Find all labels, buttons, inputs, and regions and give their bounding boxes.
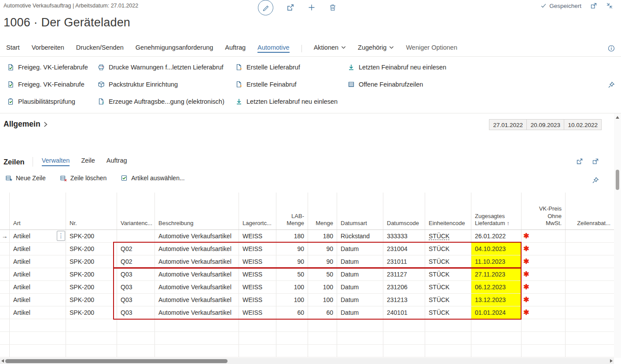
cell-vk_preis_ohne_mwst[interactable]: ✱ xyxy=(522,255,566,268)
cell-lagerortcode[interactable] xyxy=(239,345,276,357)
cell-datumscode[interactable]: 231127 xyxy=(383,268,425,280)
vertical-scrollbar-thumb[interactable] xyxy=(616,170,619,190)
cell-nr[interactable]: SPK-200 xyxy=(66,281,117,293)
cell-zeilenrabatt[interactable] xyxy=(566,306,614,319)
action-offene-feinabrufzeilen[interactable]: Offene Feinabrufzeilen xyxy=(348,81,595,88)
column-header-datumsart[interactable]: Datumsart xyxy=(337,193,383,229)
cell-lab_menge[interactable]: 50 xyxy=(276,268,308,280)
cell-einheitencode[interactable]: STÜCK xyxy=(425,243,471,255)
cell-beschreibung[interactable] xyxy=(155,332,239,344)
cell-nr[interactable]: SPK-200 xyxy=(66,268,117,280)
cell-zugesagtes_lieferdatum[interactable]: 04.10.2023 xyxy=(471,243,522,255)
cell-beschreibung[interactable]: Automotive Verkaufsartikel xyxy=(155,268,239,280)
cell-art[interactable] xyxy=(10,319,66,331)
cell-variantencode[interactable] xyxy=(117,345,155,357)
menu-aktionen[interactable]: Aktionen xyxy=(314,44,346,53)
action-freigeg-vk-feinabrufe[interactable]: Freigeg. VK-Feinabrufe xyxy=(7,81,98,88)
cell-lab_menge[interactable]: 90 xyxy=(276,255,308,268)
cell-einheitencode[interactable] xyxy=(425,319,471,331)
cell-zugesagtes_lieferdatum[interactable]: 01.01.2024 xyxy=(471,306,522,319)
cell-menge[interactable]: 50 xyxy=(308,268,337,280)
action-erstelle-lieferabruf[interactable]: Erstelle Lieferabruf xyxy=(235,64,348,71)
cell-menge[interactable] xyxy=(308,345,337,357)
table-row[interactable] xyxy=(0,332,614,345)
cell-datumscode[interactable] xyxy=(383,319,425,331)
cell-datumsart[interactable] xyxy=(337,319,383,331)
cell-variantencode[interactable]: Q03 xyxy=(117,281,155,293)
table-row[interactable]: ArtikelSPK-200Q03Automotive Verkaufsarti… xyxy=(0,306,614,319)
tab-drucken-senden[interactable]: Drucken/Senden xyxy=(76,44,124,53)
cell-beschreibung[interactable]: Automotive Verkaufsartikel xyxy=(155,255,239,268)
cell-datumsart[interactable]: Datum xyxy=(337,294,383,306)
cell-beschreibung[interactable]: Automotive Verkaufsartikel xyxy=(155,306,239,319)
cell-datumscode[interactable]: 231004 xyxy=(383,243,425,255)
cell-menge[interactable]: 60 xyxy=(308,306,337,319)
cell-lagerortcode[interactable]: WEISS xyxy=(239,268,276,280)
tab-auftrag-lines[interactable]: Auftrag xyxy=(107,157,127,165)
cell-zeilenrabatt[interactable] xyxy=(566,255,614,268)
cell-zugesagtes_lieferdatum[interactable]: 27.11.2023 xyxy=(471,268,522,280)
new-line-button[interactable]: Neue Zeile xyxy=(5,175,46,182)
row-actions-icon[interactable]: ⋮ xyxy=(57,231,65,241)
info-icon[interactable] xyxy=(608,45,615,52)
cell-einheitencode[interactable]: STÜCK xyxy=(425,255,471,268)
cell-datumsart[interactable]: Datum xyxy=(337,268,383,280)
column-header-menge[interactable]: Menge xyxy=(308,193,337,229)
cell-vk_preis_ohne_mwst[interactable]: ✱ xyxy=(522,306,566,319)
cell-einheitencode[interactable]: STÜCK xyxy=(425,294,471,306)
cell-zugesagtes_lieferdatum[interactable]: 11.10.2023 xyxy=(471,255,522,268)
action-drucke-warnungen[interactable]: Drucke Warnungen f...letzten Lieferabruf xyxy=(98,64,235,71)
menu-weniger-optionen[interactable]: Weniger Optionen xyxy=(406,44,457,53)
cell-menge[interactable]: 100 xyxy=(308,294,337,306)
cell-art[interactable] xyxy=(10,345,66,357)
column-header-nr[interactable]: Nr. xyxy=(66,193,117,229)
cell-nr[interactable]: SPK-200 xyxy=(66,255,117,268)
cell-art[interactable]: Artikel xyxy=(10,306,66,319)
share-icon[interactable] xyxy=(576,158,583,165)
cell-nr[interactable] xyxy=(66,319,117,331)
cell-menge[interactable] xyxy=(308,319,337,331)
cell-vk_preis_ohne_mwst[interactable] xyxy=(522,345,566,357)
cell-variantencode[interactable] xyxy=(117,332,155,344)
cell-datumsart[interactable] xyxy=(337,332,383,344)
column-header-zugesagtes-lieferdatum[interactable]: Zugesagtes Lieferdatum ↑ xyxy=(471,193,522,229)
table-row[interactable]: ArtikelSPK-200Q03Automotive Verkaufsarti… xyxy=(0,294,614,306)
cell-datumsart[interactable] xyxy=(337,345,383,357)
cell-beschreibung[interactable]: Automotive Verkaufsartikel xyxy=(155,230,239,242)
cell-beschreibung[interactable]: Automotive Verkaufsartikel xyxy=(155,294,239,306)
share-icon[interactable] xyxy=(287,4,294,11)
column-header-lab-menge[interactable]: LAB- Menge xyxy=(276,193,308,229)
column-header-lagerortcode[interactable]: Lagerortc... xyxy=(239,193,276,229)
tab-automotive[interactable]: Automotive xyxy=(257,44,290,53)
action-plausibilitaetspruefung[interactable]: Plausibilitätsprüfung xyxy=(7,98,98,105)
date-field[interactable]: 27.01.2022 xyxy=(489,119,527,130)
scroll-up-icon[interactable] xyxy=(616,116,619,119)
cell-datumsart[interactable]: Datum xyxy=(337,306,383,319)
scroll-right-icon[interactable] xyxy=(610,359,613,363)
cell-einheitencode[interactable]: STÜCK xyxy=(425,306,471,319)
cell-zeilenrabatt[interactable] xyxy=(566,281,614,293)
cell-datumsart[interactable]: Datum xyxy=(337,281,383,293)
cell-lagerortcode[interactable] xyxy=(239,332,276,344)
column-header-datumscode[interactable]: Datumscode xyxy=(383,193,425,229)
cell-datumscode[interactable]: 333333 xyxy=(383,230,425,242)
cell-einheitencode[interactable]: STÜCK xyxy=(425,281,471,293)
cell-art[interactable]: Artikel xyxy=(10,255,66,268)
column-header-art[interactable]: Art xyxy=(10,193,66,229)
column-header-variantencode[interactable]: Variantenc... xyxy=(117,193,155,229)
cell-zeilenrabatt[interactable] xyxy=(566,345,614,357)
cell-lab_menge[interactable] xyxy=(276,319,308,331)
cell-vk_preis_ohne_mwst[interactable]: ✱ xyxy=(522,294,566,306)
cell-menge[interactable] xyxy=(308,332,337,344)
cell-datumscode[interactable] xyxy=(383,345,425,357)
cell-beschreibung[interactable] xyxy=(155,319,239,331)
cell-nr[interactable]: SPK-200 xyxy=(66,294,117,306)
cell-datumsart[interactable]: Datum xyxy=(337,243,383,255)
cell-art[interactable]: Artikel xyxy=(10,294,66,306)
pin-icon[interactable] xyxy=(592,177,599,184)
column-header-einheitencode[interactable]: Einheitencode xyxy=(425,193,471,229)
cell-lagerortcode[interactable]: WEISS xyxy=(239,255,276,268)
tab-auftrag[interactable]: Auftrag xyxy=(225,44,246,53)
cell-lab_menge[interactable]: 100 xyxy=(276,294,308,306)
edit-button[interactable] xyxy=(258,0,273,15)
